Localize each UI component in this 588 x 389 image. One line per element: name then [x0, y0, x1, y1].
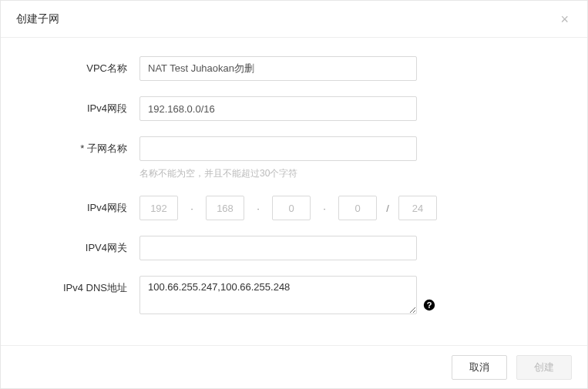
- subnet-name-input[interactable]: [139, 136, 417, 161]
- row-ipv4-dns: IPv4 DNS地址 ?: [32, 276, 556, 314]
- cancel-button[interactable]: 取消: [452, 355, 507, 380]
- subnet-oct3[interactable]: [272, 196, 311, 220]
- close-icon[interactable]: ×: [557, 9, 572, 29]
- row-subnet-name: * 子网名称 名称不能为空，并且不能超过30个字符: [32, 136, 556, 180]
- subnet-mask[interactable]: [398, 196, 437, 220]
- slash-separator: /: [377, 203, 398, 214]
- dot-separator: ·: [311, 203, 338, 214]
- label-ipv4-dns: IPv4 DNS地址: [32, 276, 139, 300]
- ipv4-gateway-input[interactable]: [139, 236, 417, 260]
- dialog-body: VPC名称 IPv4网段 * 子网名称 名称不能为空，并且不能超过30个字符 I…: [1, 38, 587, 345]
- label-ipv4-range: IPv4网段: [32, 96, 139, 121]
- label-subnet-range: IPv4网段: [32, 196, 139, 220]
- dialog-footer: 取消 创建: [1, 345, 587, 388]
- row-subnet-range: IPv4网段 · · · /: [32, 196, 556, 220]
- dot-separator: ·: [244, 203, 272, 214]
- help-icon[interactable]: ?: [423, 299, 435, 311]
- subnet-oct2[interactable]: [206, 196, 244, 220]
- vpc-name-input: [139, 56, 417, 81]
- subnet-name-hint: 名称不能为空，并且不能超过30个字符: [139, 167, 556, 180]
- label-vpc-name: VPC名称: [32, 56, 139, 81]
- row-ipv4-gateway: IPV4网关: [32, 236, 556, 260]
- dialog-header: 创建子网 ×: [1, 1, 587, 38]
- svg-text:?: ?: [427, 300, 432, 310]
- subnet-oct1[interactable]: [139, 196, 178, 220]
- row-ipv4-range: IPv4网段: [32, 96, 556, 121]
- ipv4-range-input: [139, 96, 417, 121]
- subnet-oct4[interactable]: [338, 196, 377, 220]
- label-subnet-name: * 子网名称: [32, 136, 139, 161]
- dialog-title: 创建子网: [16, 12, 59, 26]
- row-vpc-name: VPC名称: [32, 56, 556, 81]
- dot-separator: ·: [178, 203, 206, 214]
- create-subnet-dialog: 创建子网 × VPC名称 IPv4网段 * 子网名称 名称不能为空，并且不能超过…: [0, 0, 588, 389]
- ipv4-dns-textarea[interactable]: [139, 276, 417, 314]
- subnet-range-octets: · · · /: [139, 196, 556, 220]
- create-button[interactable]: 创建: [516, 355, 572, 380]
- label-ipv4-gateway: IPV4网关: [32, 236, 139, 260]
